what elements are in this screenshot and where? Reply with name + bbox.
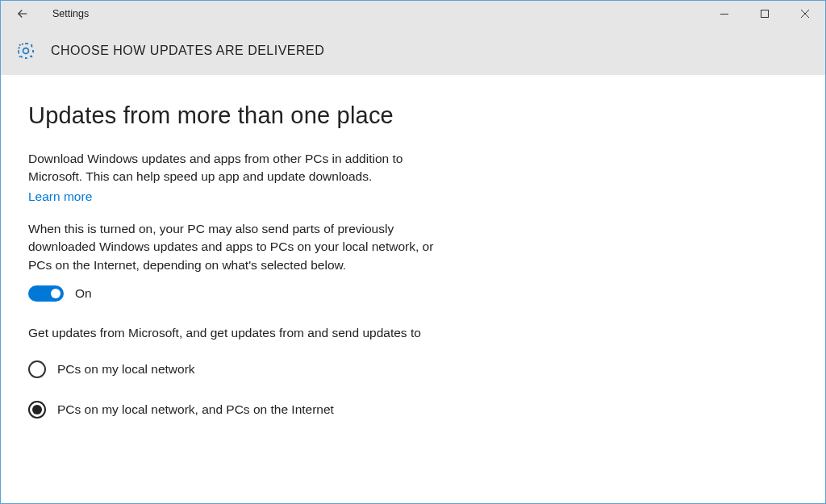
minimize-icon: [720, 9, 729, 19]
radio-icon: [28, 401, 46, 419]
radio-icon: [28, 360, 46, 378]
close-icon: [800, 9, 810, 19]
window-title: Settings: [49, 8, 89, 19]
description-paragraph-2: When this is turned on, your PC may also…: [28, 220, 456, 274]
radio-label: PCs on my local network: [57, 362, 195, 377]
svg-point-2: [23, 48, 29, 54]
radio-selected-dot: [32, 405, 42, 414]
window-controls: [704, 1, 825, 27]
svg-point-3: [19, 44, 33, 58]
delivery-toggle[interactable]: [28, 285, 64, 302]
description-paragraph-1: Download Windows updates and apps from o…: [28, 150, 456, 186]
radio-group-label: Get updates from Microsoft, and get upda…: [28, 324, 456, 342]
main-heading: Updates from more than one place: [28, 102, 798, 129]
radio-local-network[interactable]: PCs on my local network: [28, 360, 798, 378]
svg-rect-1: [761, 10, 769, 18]
learn-more-link[interactable]: Learn more: [28, 190, 92, 204]
radio-local-and-internet[interactable]: PCs on my local network, and PCs on the …: [28, 401, 798, 419]
maximize-button[interactable]: [745, 1, 785, 27]
back-button[interactable]: [9, 1, 49, 27]
minimize-button[interactable]: [704, 1, 745, 27]
content-area: Updates from more than one place Downloa…: [1, 75, 825, 503]
page-title: CHOOSE HOW UPDATES ARE DELIVERED: [51, 44, 324, 58]
header-band: CHOOSE HOW UPDATES ARE DELIVERED: [1, 27, 825, 75]
settings-window: Settings CHOOSE HOW UPDATES ARE DELIVERE…: [0, 0, 826, 504]
titlebar: Settings: [1, 1, 825, 27]
maximize-icon: [760, 9, 770, 19]
delivery-toggle-row: On: [28, 285, 798, 302]
gear-icon: [15, 40, 36, 61]
toggle-state-label: On: [75, 286, 92, 301]
close-button[interactable]: [785, 1, 825, 27]
svg-rect-0: [720, 14, 728, 15]
radio-label: PCs on my local network, and PCs on the …: [57, 402, 334, 417]
toggle-thumb: [51, 289, 60, 298]
